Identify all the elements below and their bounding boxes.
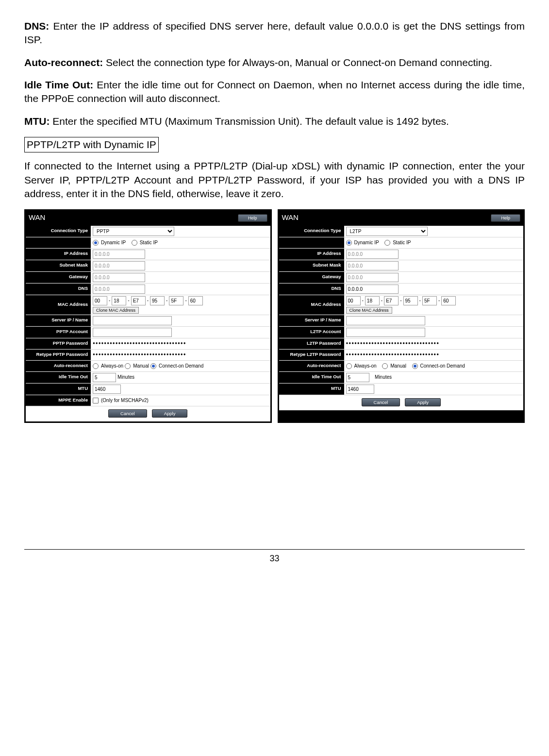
radio-dynamic-left[interactable] xyxy=(93,240,99,246)
radio-dynamic-right-label: Dynamic IP xyxy=(354,239,379,246)
section-heading-box: PPTP/L2TP with Dynamic IP xyxy=(24,137,159,152)
radio-always-left-label: Always-on xyxy=(101,363,123,370)
radio-static-left-label: Static IP xyxy=(140,239,158,246)
radio-static-right[interactable] xyxy=(384,240,390,246)
label-account-right: L2TP Account xyxy=(279,327,344,338)
label-gateway-left: Gateway xyxy=(26,272,91,283)
mtu-input-left[interactable] xyxy=(93,385,121,394)
mtu-paragraph: MTU: Enter the specified MTU (Maximum Tr… xyxy=(24,115,525,128)
label-idle-right: Idle Time Out xyxy=(279,372,344,383)
radio-static-right-label: Static IP xyxy=(393,239,411,246)
radio-dynamic-left-label: Dynamic IP xyxy=(101,239,126,246)
help-button-left[interactable]: Help xyxy=(238,214,267,222)
radio-always-right[interactable] xyxy=(346,363,352,369)
label-dns-right: DNS xyxy=(279,284,344,295)
label-password-left: PPTP Password xyxy=(26,338,91,349)
mac-2-left[interactable] xyxy=(131,296,146,305)
radio-manual-left[interactable] xyxy=(125,363,131,369)
password-dots-left[interactable]: ●●●●●●●●●●●●●●●●●●●●●●●●●●●●●●●●● xyxy=(93,341,186,346)
radio-static-left[interactable] xyxy=(132,240,137,246)
radio-cod-right[interactable] xyxy=(412,363,418,369)
label-blank-right xyxy=(279,237,344,248)
radio-cod-right-label: Connect-on Demand xyxy=(420,363,465,370)
minutes-right: Minutes xyxy=(375,374,392,381)
mac-2-right[interactable] xyxy=(384,296,399,305)
page-number: 33 xyxy=(24,549,525,564)
radio-manual-left-label: Manual xyxy=(133,363,149,370)
mac-4-right[interactable] xyxy=(422,296,437,305)
mac-3-left[interactable] xyxy=(150,296,165,305)
idle-input-right[interactable] xyxy=(346,373,369,382)
gateway-input-right[interactable] xyxy=(346,273,399,282)
account-input-right[interactable] xyxy=(346,328,425,337)
auto-reconnect-paragraph: Auto-reconnect: Select the connection ty… xyxy=(24,56,525,69)
label-dns-left: DNS xyxy=(26,284,91,295)
ip-input-right[interactable] xyxy=(346,250,399,259)
mac-0-left[interactable] xyxy=(93,296,107,305)
mac-1-left[interactable] xyxy=(112,296,126,305)
panel-title-right: WAN xyxy=(282,213,299,222)
idle-timeout-text: Enter the idle time out for Connect on D… xyxy=(24,79,525,104)
label-account-left: PPTP Account xyxy=(26,327,91,338)
label-ip-left: IP Address xyxy=(26,249,91,260)
label-password-right: L2TP Password xyxy=(279,338,344,349)
label-subnet-left: Subnet Mask xyxy=(26,260,91,271)
label-mppe-left: MPPE Enable xyxy=(26,395,91,406)
dns-paragraph: DNS: Enter the IP address of specified D… xyxy=(24,19,525,47)
server-input-left[interactable] xyxy=(93,316,172,325)
auto-reconnect-text: Select the connection type for Always-on… xyxy=(103,57,492,68)
auto-reconnect-label: Auto-reconnect: xyxy=(24,57,103,68)
label-mac-right: MAC Address xyxy=(279,295,344,315)
minutes-left: Minutes xyxy=(117,374,134,381)
password-dots-right[interactable]: ●●●●●●●●●●●●●●●●●●●●●●●●●●●●●●●●● xyxy=(346,341,439,346)
label-mac-left: MAC Address xyxy=(26,295,91,315)
idle-timeout-paragraph: Idle Time Out: Enter the idle time out f… xyxy=(24,78,525,106)
radio-always-right-label: Always-on xyxy=(354,363,377,370)
retype-dots-left[interactable]: ●●●●●●●●●●●●●●●●●●●●●●●●●●●●●●●●● xyxy=(93,352,186,357)
radio-manual-right[interactable] xyxy=(382,363,388,369)
dns-input-right[interactable] xyxy=(346,285,399,294)
mppe-note-left: (Only for MSCHAPv2) xyxy=(101,397,149,404)
apply-button-right[interactable]: Apply xyxy=(405,398,441,406)
ip-input-left[interactable] xyxy=(93,250,145,259)
label-subnet-right: Subnet Mask xyxy=(279,260,344,271)
dns-text: Enter the IP address of specified DNS se… xyxy=(24,20,525,45)
radio-dynamic-right[interactable] xyxy=(346,240,352,246)
label-conn-type-left: Connection Type xyxy=(26,226,91,237)
intro-paragraph: If connected to the Internet using a PPT… xyxy=(24,159,525,201)
apply-button-left[interactable]: Apply xyxy=(152,409,188,418)
subnet-input-right[interactable] xyxy=(346,261,399,270)
clone-mac-button-right[interactable]: Clone MAC Address xyxy=(346,307,392,314)
mac-1-right[interactable] xyxy=(365,296,380,305)
gateway-input-left[interactable] xyxy=(93,273,145,282)
dns-input-left[interactable] xyxy=(93,285,145,294)
mac-0-right[interactable] xyxy=(346,296,361,305)
clone-mac-button-left[interactable]: Clone MAC Address xyxy=(93,307,139,314)
mac-5-left[interactable] xyxy=(188,296,203,305)
mppe-checkbox-left[interactable] xyxy=(93,398,99,403)
mac-4-left[interactable] xyxy=(169,296,183,305)
label-blank-left xyxy=(26,237,91,248)
help-button-right[interactable]: Help xyxy=(491,214,520,222)
mac-5-right[interactable] xyxy=(441,296,456,305)
radio-cod-left[interactable] xyxy=(150,363,156,369)
idle-timeout-label: Idle Time Out: xyxy=(24,79,93,90)
pptp-panel: WAN Help Connection Type PPTP Dynamic IP… xyxy=(24,209,272,422)
retype-dots-right[interactable]: ●●●●●●●●●●●●●●●●●●●●●●●●●●●●●●●●● xyxy=(346,352,439,357)
server-input-right[interactable] xyxy=(346,316,425,325)
radio-always-left[interactable] xyxy=(93,363,99,369)
account-input-left[interactable] xyxy=(93,328,172,337)
panel-title-left: WAN xyxy=(29,213,45,222)
label-retype-right: Retype L2TP Password xyxy=(279,350,344,360)
mac-3-right[interactable] xyxy=(403,296,418,305)
conn-type-select-left[interactable]: PPTP xyxy=(93,227,174,236)
label-server-right: Server IP / Name xyxy=(279,315,344,326)
cancel-button-right[interactable]: Cancel xyxy=(362,398,400,406)
label-conn-type-right: Connection Type xyxy=(279,226,344,237)
cancel-button-left[interactable]: Cancel xyxy=(108,409,147,418)
label-gateway-right: Gateway xyxy=(279,272,344,283)
subnet-input-left[interactable] xyxy=(93,261,145,270)
mtu-input-right[interactable] xyxy=(346,385,374,394)
conn-type-select-right[interactable]: L2TP xyxy=(346,227,428,236)
idle-input-left[interactable] xyxy=(93,373,116,382)
